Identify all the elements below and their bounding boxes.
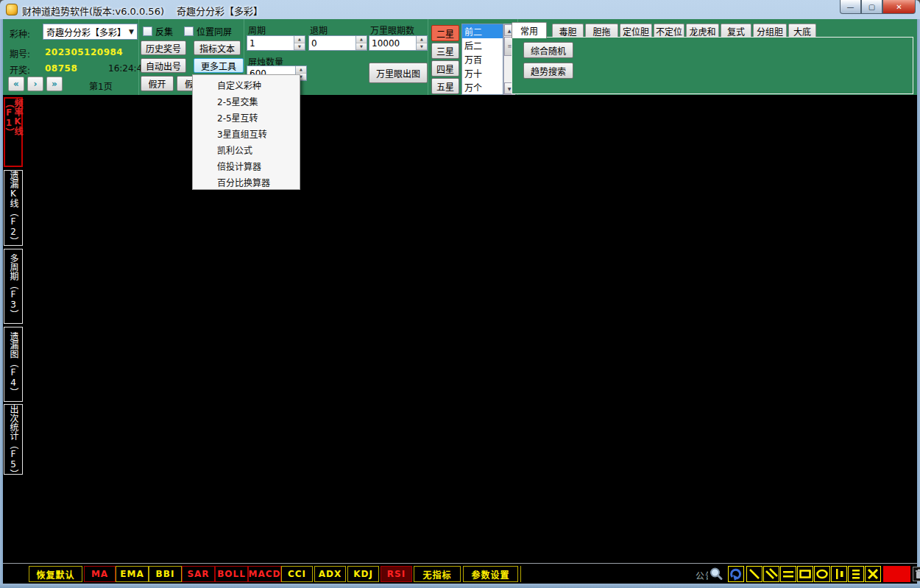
indicator-bbi-button[interactable]: BBI	[149, 566, 182, 582]
tab-dudan[interactable]: 毒胆	[552, 24, 584, 38]
sidebar-item-omission-kline[interactable]: 遗漏K线（F2）	[4, 170, 23, 246]
maximize-button[interactable]: ▢	[861, 0, 882, 14]
auto-number-button[interactable]: 自动出号	[141, 58, 186, 73]
invert-checkbox[interactable]: 反集	[143, 25, 173, 38]
tab-content-panel: 综合随机 趋势搜索	[512, 37, 913, 94]
menu-item-multiplier-calculator[interactable]: 倍投计算器	[193, 157, 300, 174]
more-tools-button[interactable]: 更多工具	[194, 58, 244, 73]
menu-item-star-convert[interactable]: 2-5星互转	[193, 109, 300, 125]
spinner-arrows-icon[interactable]: ▲▼	[355, 36, 367, 50]
tab-dantuo[interactable]: 胆拖	[585, 24, 618, 38]
parameter-settings-button[interactable]: 参数设置	[463, 566, 518, 582]
window-title: 财神道趋势软件(版本:v6.0.0.56)	[22, 4, 164, 18]
trash-icon[interactable]	[913, 567, 920, 581]
tab-longhuhe[interactable]: 龙虎和	[686, 24, 719, 38]
indicator-ma-button[interactable]: MA	[84, 566, 116, 582]
magnifier-icon[interactable]	[708, 566, 724, 582]
next-page-button[interactable]: ›	[27, 77, 43, 91]
retreat-spinner[interactable]: 0 ▲▼	[308, 35, 367, 51]
star-4-button[interactable]: 四星	[431, 60, 459, 77]
title-bar[interactable]: 财神道趋势软件(版本:v6.0.0.56) 奇趣分分彩【多彩】 — ▢ ✕	[0, 0, 920, 19]
list-item[interactable]: 前二	[462, 24, 503, 38]
indicator-bar: 恢复默认 MA EMA BBI SAR BOLL MACD CCI ADX KD…	[3, 563, 917, 584]
menu-item-percentage-converter[interactable]: 百分比换算器	[193, 174, 300, 190]
tab-dingweidan[interactable]: 定位胆	[620, 24, 652, 38]
separator	[138, 19, 139, 95]
same-screen-checkbox-label: 位置同屏	[197, 25, 232, 38]
indicator-rsi-button[interactable]: RSI	[381, 566, 412, 582]
invert-checkbox-label: 反集	[155, 25, 173, 38]
tab-fushi[interactable]: 复式	[721, 24, 751, 38]
indicator-text-button[interactable]: 指标文本	[194, 40, 241, 55]
no-indicator-button[interactable]: 无指标	[414, 566, 461, 582]
tab-budingwei[interactable]: 不定位	[654, 24, 684, 38]
tab-dadi[interactable]: 大底	[788, 24, 816, 38]
star-5-button[interactable]: 五星	[431, 78, 459, 94]
vertical-bars-icon[interactable]	[831, 566, 847, 582]
retreat-label: 退期	[310, 24, 328, 36]
menu-item-kelly-formula[interactable]: 凯利公式	[193, 141, 300, 157]
indicator-sar-button[interactable]: SAR	[182, 566, 215, 582]
lottery-select[interactable]: 奇趣分分彩【多彩】 ▼	[43, 24, 138, 40]
checkbox-icon[interactable]	[184, 26, 194, 36]
sidebar-item-omission-chart[interactable]: 遗漏图（F4）	[4, 327, 23, 402]
star-2-button[interactable]: 二星	[431, 25, 459, 41]
draw-label: 开奖:	[10, 63, 30, 76]
double-horizontal-lines-icon[interactable]	[780, 566, 796, 582]
sidebar-item-frequency-kline[interactable]: 频率K线（F1）	[4, 97, 23, 167]
delete-x-icon[interactable]	[865, 566, 881, 582]
list-item[interactable]: 后二	[462, 38, 503, 52]
indicator-ema-button[interactable]: EMA	[116, 566, 149, 582]
menu-item-custom-lottery[interactable]: 自定义彩种	[193, 77, 300, 93]
issue-number: 202305120984	[45, 47, 123, 57]
position-listbox[interactable]: 前二 后二 万百 万十 万个	[461, 24, 503, 95]
history-numbers-button[interactable]: 历史奖号	[141, 40, 186, 55]
wanliyan-periods-label: 万里眼期数	[370, 24, 414, 36]
redo-arrow-icon[interactable]	[728, 566, 744, 582]
diagonal-line-icon[interactable]	[746, 566, 762, 582]
spinner-arrows-icon[interactable]: ▲▼	[416, 36, 427, 50]
indicator-kdj-button[interactable]: KDJ	[347, 566, 379, 582]
cycle-value: 1	[247, 38, 294, 49]
window-subtitle: 奇趣分分彩【多彩】	[177, 4, 263, 18]
triple-horizontal-lines-icon[interactable]	[848, 566, 864, 582]
comprehensive-random-button[interactable]: 综合随机	[523, 42, 573, 58]
ellipse-icon[interactable]	[814, 566, 830, 582]
same-screen-checkbox[interactable]: 位置同屏	[184, 25, 232, 38]
wanliyan-periods-spinner[interactable]: 10000 ▲▼	[369, 35, 428, 51]
rectangle-icon[interactable]	[797, 566, 813, 582]
list-item[interactable]: 万百	[462, 52, 503, 66]
indicator-adx-button[interactable]: ADX	[314, 566, 346, 582]
tab-fenzudan[interactable]: 分组胆	[753, 24, 787, 38]
star-3-button[interactable]: 三星	[431, 43, 459, 59]
minimize-button[interactable]: —	[840, 0, 861, 14]
sidebar-item-multi-cycle[interactable]: 多周期（F3）	[4, 249, 23, 324]
first-page-button[interactable]: «	[8, 77, 24, 91]
window-frame-bottom	[0, 584, 920, 588]
retreat-value: 0	[309, 38, 355, 49]
menu-item-3star-group-convert[interactable]: 3星直组互转	[193, 125, 300, 141]
indicator-cci-button[interactable]: CCI	[281, 566, 313, 582]
fake-open-button[interactable]: 假开	[141, 76, 174, 91]
close-button[interactable]: ✕	[882, 0, 916, 14]
menu-item-star-intersection[interactable]: 2-5星交集	[193, 93, 300, 109]
sidebar-item-occurrence-stats[interactable]: 出次统计（F5）	[4, 404, 23, 475]
spinner-arrows-icon[interactable]: ▲▼	[294, 36, 305, 50]
trend-search-button[interactable]: 趋势搜索	[523, 63, 573, 79]
chart-area[interactable]	[3, 95, 917, 563]
last-page-button[interactable]: »	[46, 77, 63, 91]
tab-changyong[interactable]: 常用	[512, 22, 547, 38]
list-item[interactable]: 万十	[462, 66, 503, 80]
checkbox-icon[interactable]	[143, 26, 152, 36]
lottery-label: 彩种:	[10, 27, 30, 40]
list-item[interactable]: 万个	[462, 80, 503, 94]
issue-label: 期号:	[10, 47, 30, 60]
divider	[520, 566, 521, 582]
indicator-macd-button[interactable]: MACD	[248, 566, 281, 582]
double-diagonal-lines-icon[interactable]	[763, 566, 779, 582]
restore-default-button[interactable]: 恢复默认	[29, 566, 82, 582]
indicator-boll-button[interactable]: BOLL	[215, 566, 248, 582]
cycle-spinner[interactable]: 1 ▲▼	[247, 35, 305, 51]
red-square-button[interactable]	[883, 566, 910, 582]
wanliyan-chart-button[interactable]: 万里眼出图	[369, 63, 428, 83]
